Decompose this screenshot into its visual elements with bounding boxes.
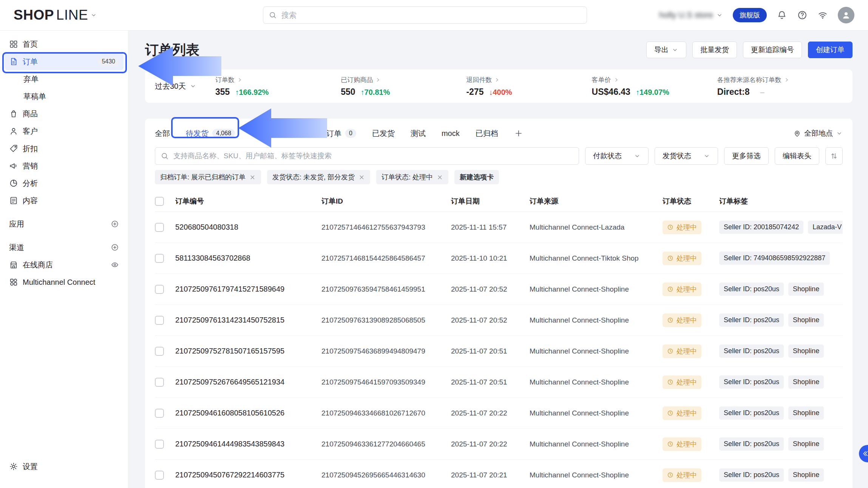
table-row[interactable]: 2107250975278150716515759521072509754636… (155, 336, 843, 367)
row-checkbox[interactable] (155, 471, 164, 480)
sidebar-item-customers[interactable]: 客户 (5, 122, 124, 140)
global-search-input[interactable] (281, 11, 581, 20)
table-row[interactable]: 5811330845637028682107257146815442586458… (155, 243, 843, 274)
table-row[interactable]: 2107250976131423145075281521072509763139… (155, 305, 843, 336)
row-checkbox[interactable] (155, 316, 164, 325)
order-tag-chip[interactable]: Seller ID: pos20us (719, 406, 784, 420)
column-header-order-date[interactable]: 订单日期 (451, 196, 530, 206)
tab-all[interactable]: 全部 (155, 128, 170, 139)
order-tag-chip[interactable]: Shopline (788, 375, 824, 389)
order-tag-chip[interactable]: Seller ID: 7494086598592922887 (719, 252, 830, 265)
date-range-select[interactable]: 过去30天 (155, 81, 215, 91)
sidebar-item-abandoned-orders[interactable]: 弃单 (5, 70, 124, 88)
help-icon[interactable] (797, 10, 808, 20)
filter-chip-new-tab[interactable]: 新建选项卡 (454, 170, 499, 184)
plus-circle-icon[interactable] (111, 243, 119, 252)
column-header-order-tags[interactable]: 订单标签 (719, 196, 843, 206)
tab-orders-covered[interactable]: 订单0 (326, 128, 356, 139)
create-order-button[interactable]: 创建订单 (808, 42, 853, 58)
order-tag-chip[interactable]: Seller ID: pos20us (719, 313, 784, 327)
order-tag-chip[interactable]: Seller ID: pos20us (719, 437, 784, 451)
row-checkbox[interactable] (155, 285, 164, 294)
sidebar-item-analytics[interactable]: 分析 (5, 175, 124, 192)
bulk-ship-button[interactable]: 批量发货 (692, 42, 737, 58)
tab-test[interactable]: 测试 (411, 128, 426, 139)
table-row[interactable]: 2107250976179741527158964921072509763594… (155, 274, 843, 305)
filter-chip-fulfillment-status[interactable]: 发货状态: 未发货, 部分发货 (267, 170, 370, 184)
order-tag-chip[interactable]: Shopline (788, 468, 824, 482)
sidebar-item-orders[interactable]: 订单5430 (5, 53, 124, 70)
order-tag-chip[interactable]: Lazada-V (808, 221, 843, 234)
row-checkbox[interactable] (155, 409, 164, 418)
row-checkbox[interactable] (155, 378, 164, 387)
column-header-order-source[interactable]: 订单来源 (530, 196, 663, 206)
order-tag-chip[interactable]: Seller ID: pos20us (719, 468, 784, 482)
fulfillment-status-filter[interactable]: 发货状态 (655, 147, 718, 165)
store-switcher[interactable]: holly U.S store (659, 10, 723, 20)
column-header-order-id[interactable]: 订单ID (321, 196, 451, 206)
tab-mock[interactable]: mock (442, 129, 460, 138)
more-filters-button[interactable]: 更多筛选 (724, 147, 769, 165)
order-search-input[interactable] (173, 151, 573, 161)
user-avatar[interactable] (838, 7, 854, 23)
network-status-icon[interactable] (817, 10, 828, 20)
stat-returns-count[interactable]: 退回件数-275↓400% (466, 76, 592, 97)
column-header-order-status[interactable]: 订单状态 (663, 196, 719, 206)
select-all-checkbox[interactable] (155, 197, 164, 206)
sidebar-item-products[interactable]: 商品 (5, 105, 124, 122)
sidebar-item-apps[interactable]: 应用 (5, 215, 124, 233)
row-checkbox[interactable] (155, 223, 164, 232)
order-tag-chip[interactable]: Seller ID: pos20us (719, 375, 784, 389)
sidebar-item-settings[interactable]: 设置 (5, 458, 124, 475)
remove-filter-icon[interactable] (249, 174, 256, 181)
stat-avg-order-value[interactable]: 客单价US$46.43↑149.07% (592, 76, 717, 97)
edit-columns-button[interactable]: 编辑表头 (775, 147, 819, 165)
export-button[interactable]: 导出 (646, 42, 686, 58)
plus-circle-icon[interactable] (111, 220, 119, 228)
order-tag-chip[interactable]: Shopline (788, 406, 824, 420)
order-tag-chip[interactable]: Shopline (788, 283, 824, 296)
remove-filter-icon[interactable] (437, 174, 443, 181)
table-row[interactable]: 2107250946144498354385984321072509463361… (155, 429, 843, 460)
notifications-bell-icon[interactable] (777, 10, 787, 20)
order-tag-chip[interactable]: Shopline (788, 313, 824, 327)
tab-archived[interactable]: 已归档 (476, 128, 498, 139)
sidebar-item-discounts[interactable]: 折扣 (5, 140, 124, 157)
tab-shipped[interactable]: 已发货 (372, 128, 395, 139)
stat-items-ordered[interactable]: 已订购商品550↑70.81% (341, 76, 466, 97)
tab-to-ship[interactable]: 待发货4,068 (186, 128, 235, 139)
sidebar-item-home[interactable]: 首页 (5, 36, 124, 53)
sidebar-item-online-store[interactable]: 在线商店 (5, 256, 124, 273)
sidebar-item-marketing[interactable]: 营销 (5, 157, 124, 175)
sidebar-item-content[interactable]: 内容 (5, 192, 124, 209)
table-row[interactable]: 2107250945076729221460377521072509452695… (155, 460, 843, 488)
order-tag-chip[interactable]: Seller ID: 200185074242 (719, 221, 803, 234)
order-tag-chip[interactable]: Shopline (788, 437, 824, 451)
add-tab-button[interactable] (514, 129, 523, 138)
global-search[interactable] (263, 6, 587, 24)
order-search[interactable] (155, 147, 579, 165)
sidebar-item-draft-orders[interactable]: 草稿单 (5, 88, 124, 105)
stat-orders-count[interactable]: 订单数355↑166.92% (215, 76, 341, 97)
column-header-order-no[interactable]: 订单编号 (175, 196, 321, 206)
sidebar-item-multichannel-connect[interactable]: Multichannel Connect (5, 273, 124, 291)
update-tracking-button[interactable]: 更新追踪编号 (743, 42, 802, 58)
shopline-logo[interactable]: SHOPLINE (14, 7, 97, 23)
table-row[interactable]: 2107250975267664956512193421072509754641… (155, 367, 843, 398)
payment-status-filter[interactable]: 付款状态 (585, 147, 649, 165)
sort-button[interactable] (825, 147, 843, 165)
table-row[interactable]: 5206805040803182107257146461275563794379… (155, 212, 843, 243)
row-checkbox[interactable] (155, 440, 164, 449)
row-checkbox[interactable] (155, 254, 164, 263)
sidebar-item-channels[interactable]: 渠道 (5, 239, 124, 256)
row-checkbox[interactable] (155, 347, 164, 356)
location-filter[interactable]: 全部地点 (793, 128, 843, 138)
order-tag-chip[interactable]: Seller ID: pos20us (719, 344, 784, 358)
remove-filter-icon[interactable] (358, 174, 365, 181)
filter-chip-order-status[interactable]: 订单状态: 处理中 (376, 170, 448, 184)
stat-referral-source-orders[interactable]: 各推荐来源名称订单数Direct:8– (717, 76, 843, 97)
eye-icon[interactable] (111, 261, 119, 269)
table-row[interactable]: 2107250946160805810561052621072509463346… (155, 398, 843, 429)
filter-chip-archived-orders[interactable]: 归档订单: 展示已归档的订单 (155, 170, 261, 184)
order-tag-chip[interactable]: Seller ID: pos20us (719, 283, 784, 296)
